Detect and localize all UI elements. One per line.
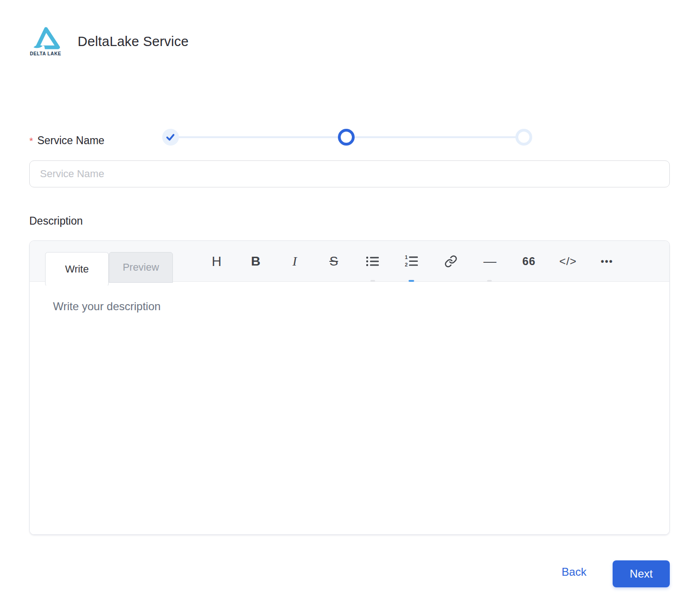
bold-icon: B: [251, 254, 260, 269]
tab-write-label: Write: [65, 263, 89, 275]
delta-lake-wordmark: DELTA LAKE: [30, 51, 61, 56]
more-options-button[interactable]: •••: [593, 247, 621, 275]
heading-icon: H: [212, 254, 222, 269]
description-label: Description: [29, 215, 83, 227]
step-circle-configure-service: [338, 129, 355, 146]
tab-preview-label: Preview: [123, 261, 159, 273]
next-button[interactable]: Next: [613, 560, 670, 587]
ordered-list-button[interactable]: 1 2: [398, 247, 426, 275]
delta-lake-logo-icon: [31, 27, 60, 50]
delta-lake-logo: DELTA LAKE: [29, 27, 62, 56]
service-name-label-text: Service Name: [37, 134, 104, 146]
link-icon: [444, 255, 457, 268]
more-options-icon: •••: [601, 256, 613, 267]
link-button[interactable]: [437, 247, 465, 275]
heading-button[interactable]: H: [203, 247, 231, 275]
strikethrough-icon: S: [330, 254, 338, 269]
page-header: DELTA LAKE DeltaLake Service: [29, 27, 189, 56]
service-name-input[interactable]: [29, 160, 670, 187]
editor-write-area: [30, 282, 669, 535]
unordered-list-icon: [366, 255, 380, 267]
horizontal-rule-button[interactable]: —: [476, 247, 504, 275]
page-title: DeltaLake Service: [78, 34, 189, 49]
tab-preview[interactable]: Preview: [109, 252, 173, 283]
svg-text:1: 1: [405, 255, 408, 260]
ordered-list-icon: 1 2: [405, 255, 419, 268]
step-circle-select-service-type: [162, 129, 179, 146]
check-icon: [165, 132, 176, 142]
tab-write[interactable]: Write: [45, 252, 109, 286]
horizontal-rule-icon: —: [483, 254, 496, 269]
unordered-list-button[interactable]: [359, 247, 387, 275]
code-button[interactable]: </>: [554, 247, 582, 275]
italic-icon: I: [292, 254, 297, 269]
required-marker: *: [29, 135, 33, 146]
editor-toolbar: H B I S: [203, 241, 621, 282]
strikethrough-button[interactable]: S: [320, 247, 348, 275]
code-icon: </>: [559, 255, 577, 268]
editor-toolbar-bar: Write Preview H B I S: [30, 241, 669, 282]
italic-button[interactable]: I: [281, 247, 309, 275]
description-editor: Write Preview H B I S: [29, 240, 670, 535]
wizard-stepper: Select Service Type Configure Service Co…: [0, 64, 700, 111]
back-button[interactable]: Back: [546, 565, 602, 579]
step-circle-connection-details: [515, 129, 532, 146]
svg-text:2: 2: [405, 262, 408, 267]
quote-button[interactable]: 66: [515, 247, 543, 275]
description-textarea[interactable]: [30, 282, 669, 535]
quote-icon: 66: [522, 255, 536, 268]
service-name-label: *Service Name: [29, 134, 105, 147]
bold-button[interactable]: B: [242, 247, 270, 275]
